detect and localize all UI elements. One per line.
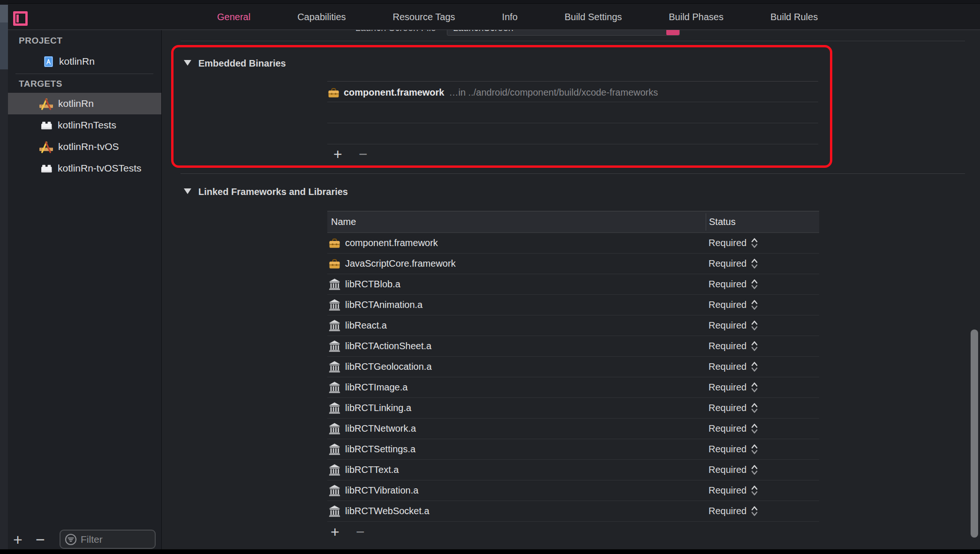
table-row[interactable]: libRCTImage.a Required — [327, 377, 819, 398]
library-icon — [328, 340, 341, 352]
table-row[interactable]: libRCTNetwork.a Required — [327, 419, 819, 439]
settings-tabs: General Capabilities Resource Tags Info … — [217, 4, 818, 30]
framework-name: component.framework — [345, 238, 438, 248]
framework-name: libRCTNetwork.a — [345, 423, 416, 434]
targets-header: TARGETS — [19, 79, 62, 89]
embedded-binaries-disclosure-icon[interactable] — [184, 60, 191, 66]
launch-screen-file-label: Launch Screen File — [342, 30, 436, 36]
status-value: Required — [709, 506, 746, 517]
linked-add-button[interactable]: + — [331, 524, 339, 540]
framework-name: JavaScriptCore.framework — [345, 258, 456, 269]
linked-frameworks-disclosure-icon[interactable] — [184, 188, 191, 194]
status-stepper-icon[interactable] — [751, 237, 758, 249]
status-stepper-icon[interactable] — [751, 340, 758, 352]
tab-capabilities[interactable]: Capabilities — [297, 12, 346, 22]
status-value: Required — [709, 464, 746, 475]
table-row[interactable]: libRCTSettings.a Required — [327, 439, 819, 460]
framework-name: libRCTLinking.a — [345, 403, 411, 413]
library-icon — [328, 381, 341, 394]
remove-target-button[interactable]: − — [36, 531, 45, 549]
status-stepper-icon[interactable] — [751, 278, 758, 291]
sidebar-item-label: kotlinRn — [58, 98, 94, 109]
table-row[interactable]: libRCTAnimation.a Required — [327, 295, 819, 315]
navigator-toggle-icon[interactable] — [13, 11, 28, 26]
framework-name: libRCTSettings.a — [345, 444, 415, 455]
status-stepper-icon[interactable] — [751, 299, 758, 311]
linked-remove-button[interactable]: − — [356, 524, 365, 540]
framework-name: libRCTGeolocation.a — [345, 361, 432, 372]
status-stepper-icon[interactable] — [751, 505, 758, 517]
sidebar-item-target-kotlinrn-tvostests[interactable]: kotlinRn-tvOSTests — [8, 157, 161, 179]
sidebar-item-target-kotlinrn[interactable]: kotlinRn — [8, 93, 161, 114]
bottom-screen-strip — [0, 549, 980, 554]
table-row[interactable]: component.framework Required — [327, 233, 819, 254]
status-value: Required — [709, 485, 746, 496]
status-stepper-icon[interactable] — [751, 443, 758, 456]
tab-build-settings[interactable]: Build Settings — [565, 12, 622, 22]
status-stepper-icon[interactable] — [751, 402, 758, 414]
column-header-status: Status — [709, 211, 736, 232]
tab-build-phases[interactable]: Build Phases — [669, 12, 724, 22]
column-divider[interactable] — [706, 213, 706, 231]
framework-icon — [328, 237, 341, 249]
embedded-binary-name: component.framework — [344, 87, 444, 98]
tab-bar: General Capabilities Resource Tags Info … — [0, 0, 980, 30]
framework-icon — [327, 86, 340, 99]
status-stepper-icon[interactable] — [751, 382, 758, 394]
tab-general[interactable]: General — [217, 12, 250, 22]
add-target-button[interactable]: + — [13, 531, 23, 549]
project-doc-icon — [43, 56, 54, 67]
status-value: Required — [709, 361, 746, 372]
library-icon — [328, 319, 341, 332]
library-icon — [328, 464, 341, 476]
status-stepper-icon[interactable] — [751, 258, 758, 270]
list-divider — [327, 144, 818, 144]
table-row[interactable]: libReact.a Required — [327, 315, 819, 336]
table-row[interactable]: libRCTText.a Required — [327, 460, 819, 480]
table-row[interactable]: libRCTGeolocation.a Required — [327, 357, 819, 377]
launch-screen-file-field[interactable]: LaunchScreen — [447, 30, 680, 36]
status-value: Required — [709, 299, 746, 310]
status-value: Required — [709, 403, 746, 413]
library-icon — [328, 443, 341, 456]
status-stepper-icon[interactable] — [751, 423, 758, 435]
framework-name: libRCTVibration.a — [345, 485, 418, 496]
list-divider — [327, 81, 818, 82]
tab-info[interactable]: Info — [502, 12, 518, 22]
sidebar-item-project-kotlinrn[interactable]: kotlinRn — [8, 51, 161, 72]
table-row[interactable]: libRCTWebSocket.a Required — [327, 501, 819, 522]
framework-name: libReact.a — [345, 320, 387, 331]
section-divider — [181, 41, 965, 41]
status-stepper-icon[interactable] — [751, 361, 758, 373]
project-targets-sidebar: PROJECT kotlinRn TARGETS kotlinRn kotlin… — [8, 30, 162, 549]
status-stepper-icon[interactable] — [751, 464, 758, 476]
table-row[interactable]: libRCTActionSheet.a Required — [327, 336, 819, 357]
embedded-binary-path: …in ../android/component/build/xcode-fra… — [449, 87, 658, 98]
library-icon — [328, 484, 341, 497]
tab-resource-tags[interactable]: Resource Tags — [393, 12, 455, 22]
table-row[interactable]: libRCTBlob.a Required — [327, 274, 819, 295]
status-stepper-icon[interactable] — [751, 485, 758, 497]
sidebar-item-label: kotlinRn — [59, 56, 95, 67]
embedded-remove-button[interactable]: − — [359, 146, 368, 162]
filter-input[interactable]: Filter — [60, 530, 156, 549]
table-row[interactable]: libRCTLinking.a Required — [327, 398, 819, 419]
embedded-binary-row[interactable]: component.framework …in ../android/compo… — [327, 83, 658, 102]
launch-screen-row-clipped: Launch Screen File LaunchScreen — [162, 30, 980, 36]
tab-build-rules[interactable]: Build Rules — [770, 12, 818, 22]
table-row[interactable]: libRCTVibration.a Required — [327, 480, 819, 501]
status-stepper-icon[interactable] — [751, 320, 758, 332]
launch-screen-file-chooser-button[interactable] — [666, 30, 679, 35]
status-value: Required — [709, 258, 746, 269]
sidebar-item-label: kotlinRn-tvOS — [58, 141, 119, 152]
table-header-row: Name Status — [327, 211, 819, 233]
sidebar-item-target-kotlinrntests[interactable]: kotlinRnTests — [8, 114, 161, 136]
vertical-scrollbar-thumb[interactable] — [971, 329, 978, 538]
library-icon — [328, 402, 341, 414]
sidebar-item-target-kotlinrn-tvos[interactable]: kotlinRn-tvOS — [8, 136, 161, 157]
framework-name: libRCTActionSheet.a — [345, 341, 431, 352]
library-icon — [328, 422, 341, 435]
table-row[interactable]: JavaScriptCore.framework Required — [327, 254, 819, 274]
filter-icon — [65, 533, 77, 546]
embedded-add-button[interactable]: + — [333, 146, 342, 162]
